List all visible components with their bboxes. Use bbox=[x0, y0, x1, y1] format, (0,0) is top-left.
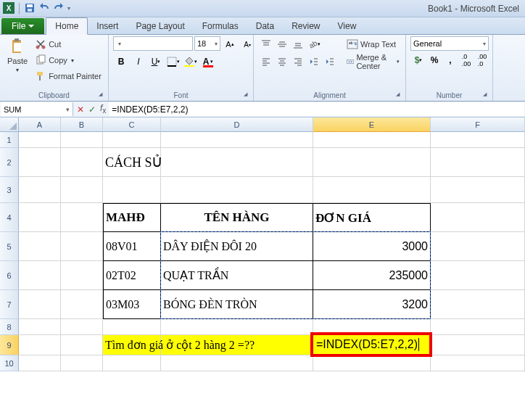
cell-D8[interactable] bbox=[161, 319, 313, 335]
col-header-B[interactable]: B bbox=[61, 118, 103, 132]
col-header-C[interactable]: C bbox=[103, 118, 161, 132]
cell-D10[interactable] bbox=[161, 355, 313, 371]
number-format-select[interactable]: General bbox=[410, 36, 489, 51]
cell-B6[interactable] bbox=[61, 261, 103, 290]
cell-C7[interactable]: 03M03 bbox=[103, 290, 161, 319]
row-header-10[interactable]: 10 bbox=[0, 355, 19, 371]
cell-D6[interactable]: QUẠT TRẦN bbox=[161, 261, 313, 290]
col-header-A[interactable]: A bbox=[19, 118, 61, 132]
increase-font-icon[interactable]: A▴ bbox=[222, 36, 238, 52]
cell-C3[interactable] bbox=[103, 177, 161, 203]
cell-B4[interactable] bbox=[61, 203, 103, 232]
align-left-icon[interactable] bbox=[258, 54, 274, 70]
font-color-button[interactable]: A▾ bbox=[200, 54, 216, 70]
cell-D7[interactable]: BÓNG ĐÈN TRÒN bbox=[161, 290, 313, 319]
cell-C6[interactable]: 02T02 bbox=[103, 261, 161, 290]
cell-B5[interactable] bbox=[61, 232, 103, 261]
undo-icon[interactable] bbox=[38, 2, 50, 15]
border-button[interactable]: ▾ bbox=[165, 54, 181, 70]
row-header-6[interactable]: 6 bbox=[0, 261, 19, 290]
cell-C5[interactable]: 08V01 bbox=[103, 232, 161, 261]
save-icon[interactable] bbox=[24, 2, 36, 15]
cell-E6[interactable]: 235000 bbox=[313, 261, 431, 290]
cell-A4[interactable] bbox=[19, 203, 61, 232]
row-header-4[interactable]: 4 bbox=[0, 203, 19, 232]
increase-decimal-icon[interactable]: .0.00 bbox=[458, 52, 474, 68]
cell-D4[interactable]: TÊN HÀNG bbox=[161, 203, 313, 232]
cell-F9[interactable] bbox=[431, 335, 525, 355]
col-header-F[interactable]: F bbox=[431, 118, 525, 132]
wrap-text-button[interactable]: abWrap Text bbox=[345, 36, 401, 52]
cell-E2[interactable] bbox=[313, 148, 431, 177]
spreadsheet-grid[interactable]: A B C D E F 12CÁCH SỬ DỤNG HÀM INDEX34MA… bbox=[0, 118, 525, 371]
decrease-indent-icon[interactable] bbox=[306, 54, 322, 70]
cell-A10[interactable] bbox=[19, 355, 61, 371]
cancel-formula-icon[interactable]: ✕ bbox=[77, 104, 84, 115]
row-header-5[interactable]: 5 bbox=[0, 232, 19, 261]
name-box[interactable]: SUM bbox=[1, 102, 73, 116]
cell-B2[interactable] bbox=[61, 148, 103, 177]
cell-E3[interactable] bbox=[313, 177, 431, 203]
redo-icon[interactable] bbox=[53, 2, 65, 15]
row-header-7[interactable]: 7 bbox=[0, 290, 19, 319]
underline-button[interactable]: U▾ bbox=[148, 54, 164, 70]
row-header-9[interactable]: 9 bbox=[0, 335, 19, 355]
cell-A6[interactable] bbox=[19, 261, 61, 290]
cell-E7[interactable]: 3200 bbox=[313, 290, 431, 319]
cell-A9[interactable] bbox=[19, 335, 61, 355]
align-middle-icon[interactable] bbox=[274, 36, 290, 52]
tab-insert[interactable]: Insert bbox=[88, 18, 127, 34]
italic-button[interactable]: I bbox=[131, 54, 146, 70]
select-all-button[interactable] bbox=[0, 118, 19, 132]
align-right-icon[interactable] bbox=[290, 54, 306, 70]
paste-button[interactable]: Paste ▾ bbox=[4, 36, 30, 75]
row-header-1[interactable]: 1 bbox=[0, 132, 19, 148]
cell-F3[interactable] bbox=[431, 177, 525, 203]
qat-customize-icon[interactable]: ▾ bbox=[67, 5, 70, 12]
cell-C2[interactable]: CÁCH SỬ DỤNG HÀM INDEX bbox=[103, 148, 161, 177]
cell-E5[interactable]: 3000 bbox=[313, 232, 431, 261]
cell-F8[interactable] bbox=[431, 319, 525, 335]
row-header-2[interactable]: 2 bbox=[0, 148, 19, 177]
decrease-decimal-icon[interactable]: .00.0 bbox=[474, 52, 490, 68]
accounting-format-icon[interactable]: $▾ bbox=[410, 52, 426, 68]
cell-A8[interactable] bbox=[19, 319, 61, 335]
increase-indent-icon[interactable] bbox=[322, 54, 338, 70]
cell-C1[interactable] bbox=[103, 132, 161, 148]
cell-C8[interactable] bbox=[103, 319, 161, 335]
tab-view[interactable]: View bbox=[329, 18, 365, 34]
col-header-D[interactable]: D bbox=[161, 118, 313, 132]
cell-F1[interactable] bbox=[431, 132, 525, 148]
fill-color-button[interactable]: ▾ bbox=[183, 54, 199, 70]
align-bottom-icon[interactable] bbox=[290, 36, 306, 52]
tab-file[interactable]: File bbox=[1, 18, 44, 34]
cell-B10[interactable] bbox=[61, 355, 103, 371]
cell-B8[interactable] bbox=[61, 319, 103, 335]
percent-format-icon[interactable]: % bbox=[426, 52, 442, 68]
row-header-3[interactable]: 3 bbox=[0, 177, 19, 203]
cut-button[interactable]: Cut bbox=[33, 36, 103, 52]
merge-center-button[interactable]: Merge & Center▾ bbox=[345, 54, 401, 70]
cell-A5[interactable] bbox=[19, 232, 61, 261]
cell-A3[interactable] bbox=[19, 177, 61, 203]
cell-C9[interactable]: Tìm đơn giá ở cột 2 hàng 2 =?? bbox=[103, 335, 161, 355]
copy-button[interactable]: Copy▾ bbox=[33, 52, 103, 68]
cell-B9[interactable] bbox=[61, 335, 103, 355]
cell-E1[interactable] bbox=[313, 132, 431, 148]
comma-format-icon[interactable]: , bbox=[442, 52, 458, 68]
cell-B3[interactable] bbox=[61, 177, 103, 203]
cell-A1[interactable] bbox=[19, 132, 61, 148]
cell-D2[interactable] bbox=[161, 148, 313, 177]
cell-F10[interactable] bbox=[431, 355, 525, 371]
enter-formula-icon[interactable]: ✓ bbox=[88, 104, 96, 115]
tab-formulas[interactable]: Formulas bbox=[194, 18, 247, 34]
cell-F5[interactable] bbox=[431, 232, 525, 261]
cell-D3[interactable] bbox=[161, 177, 313, 203]
tab-page-layout[interactable]: Page Layout bbox=[127, 18, 193, 34]
cell-B7[interactable] bbox=[61, 290, 103, 319]
col-header-E[interactable]: E bbox=[313, 118, 431, 132]
align-top-icon[interactable] bbox=[258, 36, 274, 52]
cell-D5[interactable]: DÂY ĐIỆN ĐÔI 20 bbox=[161, 232, 313, 261]
cell-E4[interactable]: ĐƠN GIÁ bbox=[313, 203, 431, 232]
format-painter-button[interactable]: Format Painter bbox=[33, 68, 103, 84]
